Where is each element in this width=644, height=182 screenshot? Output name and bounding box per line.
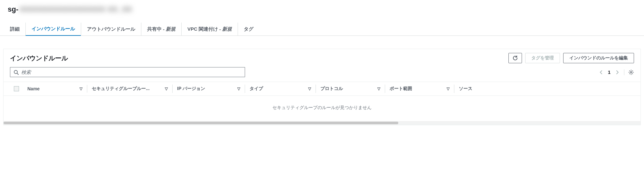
sort-icon: ▽	[237, 86, 240, 91]
col-ip-version[interactable]: IP バージョン ▽	[173, 85, 245, 93]
svg-point-2	[630, 71, 632, 73]
sort-icon: ▽	[165, 86, 168, 91]
col-label: ソース	[459, 86, 472, 92]
horizontal-scrollbar[interactable]	[4, 121, 640, 125]
col-protocol[interactable]: プロトコル ▽	[316, 85, 385, 93]
gear-icon	[628, 69, 634, 75]
sort-icon: ▽	[447, 86, 450, 91]
tab-inbound-rules[interactable]: インバウンドルール	[25, 23, 81, 36]
tabs: 詳細 インバウンドルール アウトバウンドルール 共有中 - 新規 VPC 関連付…	[0, 23, 644, 36]
col-label: ポート範囲	[390, 86, 412, 92]
panel-header: インバウンドルール タグを管理 インバウンドのルールを編集	[4, 49, 640, 65]
panel-title: インバウンドルール	[10, 54, 68, 63]
button-label: インバウンドのルールを編集	[569, 55, 628, 61]
sort-icon: ▽	[80, 86, 82, 91]
tab-label-sep: -	[219, 26, 221, 32]
pager: 1	[600, 69, 634, 75]
tab-sharing[interactable]: 共有中 - 新規	[141, 23, 181, 35]
tab-outbound-rules[interactable]: アウトバウンドルール	[81, 23, 141, 35]
col-name[interactable]: Name ▽	[23, 85, 87, 93]
title-prefix: sg-	[8, 5, 18, 14]
pager-current: 1	[608, 69, 611, 75]
select-all-checkbox[interactable]	[14, 86, 19, 91]
tab-vpc-association[interactable]: VPC 関連付け - 新規	[181, 23, 238, 35]
select-all-cell[interactable]	[10, 86, 23, 91]
tab-badge: 新規	[166, 26, 175, 32]
tab-details[interactable]: 詳細	[4, 23, 25, 35]
tab-badge: 新規	[222, 26, 232, 32]
col-label: IP バージョン	[177, 86, 205, 92]
pager-prev[interactable]	[600, 70, 603, 75]
table-settings-button[interactable]	[624, 69, 634, 75]
search-box[interactable]	[10, 67, 245, 77]
table-header: Name ▽ セキュリティグループルー... ▽ IP バージョン ▽ タイプ …	[4, 82, 640, 96]
tab-label: VPC 関連付け	[187, 26, 218, 32]
tab-label: インバウンドルール	[32, 26, 75, 32]
sort-icon: ▽	[377, 86, 380, 91]
tab-label: 詳細	[10, 26, 20, 32]
col-label: セキュリティグループルー...	[92, 86, 150, 92]
manage-tags-button[interactable]: タグを管理	[525, 53, 560, 63]
tab-label-sep: -	[163, 26, 165, 32]
edit-inbound-rules-button[interactable]: インバウンドのルールを編集	[563, 53, 634, 63]
sort-icon: ▽	[308, 86, 311, 91]
search-row: 1	[4, 65, 640, 82]
tab-label: タグ	[244, 26, 253, 32]
page-title: sg- XXXXXXXXXXXXXXXXX XX_XX	[0, 0, 644, 16]
button-label: タグを管理	[531, 55, 554, 61]
col-security-group-rule[interactable]: セキュリティグループルー... ▽	[87, 85, 173, 93]
col-type[interactable]: タイプ ▽	[245, 85, 316, 93]
col-label: タイプ	[250, 86, 263, 92]
search-icon	[14, 70, 19, 75]
col-label: Name	[27, 86, 40, 91]
col-source[interactable]: ソース	[454, 85, 634, 93]
refresh-icon	[513, 56, 518, 61]
scrollbar-thumb[interactable]	[4, 122, 398, 124]
panel-actions: タグを管理 インバウンドのルールを編集	[508, 53, 634, 63]
tab-tags[interactable]: タグ	[238, 23, 259, 35]
col-port-range[interactable]: ポート範囲 ▽	[385, 85, 454, 93]
col-label: プロトコル	[320, 86, 343, 92]
search-input[interactable]	[21, 69, 242, 75]
tab-label: 共有中	[147, 26, 162, 32]
chevron-right-icon	[616, 70, 619, 75]
inbound-rules-panel: インバウンドルール タグを管理 インバウンドのルールを編集	[3, 49, 641, 125]
tab-label: アウトバウンドルール	[87, 26, 135, 32]
empty-message: セキュリティグループのルールが見つかりません	[4, 96, 640, 121]
svg-line-1	[17, 73, 18, 75]
title-redacted: XXXXXXXXXXXXXXXXX XX_XX	[20, 5, 132, 14]
pager-next[interactable]	[616, 70, 619, 75]
refresh-button[interactable]	[508, 53, 522, 63]
chevron-left-icon	[600, 70, 603, 75]
